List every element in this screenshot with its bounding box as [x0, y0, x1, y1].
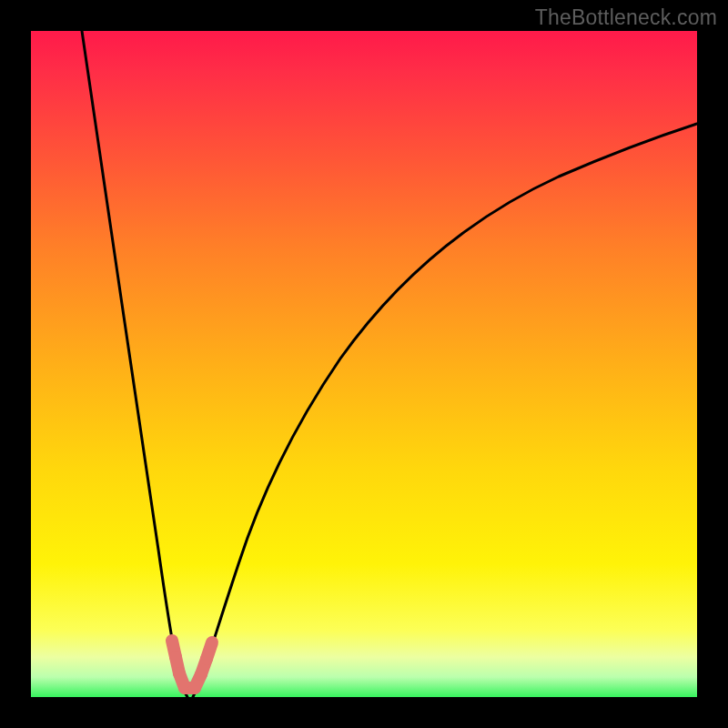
curve-right-branch	[193, 124, 697, 697]
curve-group	[82, 31, 697, 697]
chart-svg	[31, 31, 697, 697]
watermark-text: TheBottleneck.com	[535, 5, 717, 30]
plot-area	[31, 31, 697, 697]
bottom-marker-group	[172, 641, 212, 688]
marker-dot	[207, 642, 212, 659]
chart-frame: TheBottleneck.com	[0, 0, 728, 728]
curve-left-branch	[82, 31, 187, 697]
